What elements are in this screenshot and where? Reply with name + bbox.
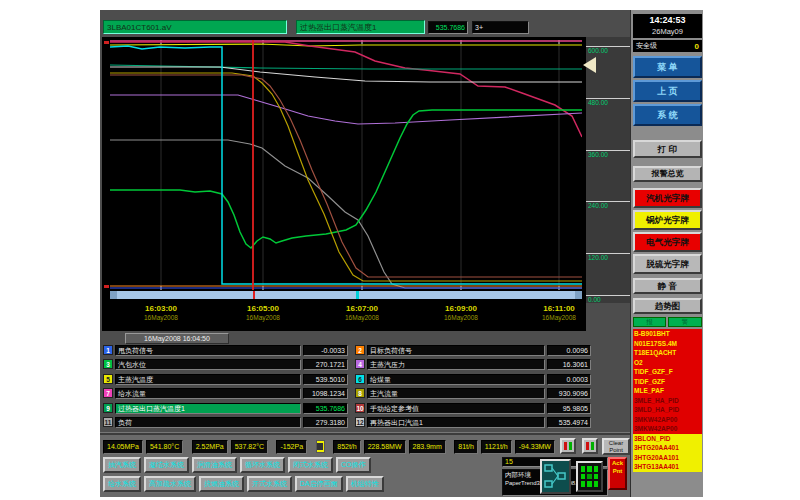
pen-color-marker: 2 (355, 345, 365, 355)
alarm-item-acked[interactable]: 3MKW42AP00 (633, 424, 702, 434)
pen-value: 279.3180 (303, 417, 348, 428)
pen-color-marker: 1 (103, 345, 113, 355)
trend-graph-button[interactable]: 趋势图 (633, 298, 702, 314)
pen-value: 16.3061 (547, 359, 591, 370)
alarm-list-returned-section: 3BLON_PID 3HTG20AA401 3HTG20AA101 3HTG13… (633, 434, 702, 472)
alarm-tab-2[interactable]: 警 (668, 317, 702, 327)
alarm-item[interactable]: MLE_PAF (633, 386, 702, 396)
y-axis-scale: 600.00 480.00 360.00 240.00 120.00 0.00 (586, 37, 630, 303)
fgd-light-panel-button[interactable]: 脱硫光字牌 (633, 254, 702, 274)
security-level-panel: 安全级 0 (633, 40, 702, 52)
alarm-item-returned[interactable]: 3BLON_PID (633, 434, 702, 444)
pen-value: 930.9096 (547, 388, 591, 399)
scrollbar-left-arrow[interactable] (110, 291, 117, 299)
turbine-light-panel-button[interactable]: 汽机光字牌 (633, 188, 702, 208)
pen-tag-field[interactable]: 3LBA01CT601.aV (103, 20, 287, 34)
alarm-tab-1[interactable]: 报 (633, 317, 666, 327)
nav-button-feedwater[interactable]: 给水系统 (103, 476, 141, 492)
trend-plot[interactable] (110, 40, 582, 290)
y-tick-label: 240.00 (586, 202, 630, 210)
electrical-light-panel-button[interactable]: 电气光字牌 (633, 232, 702, 252)
flowsheet-link-button[interactable] (540, 459, 571, 494)
dcs-trend-window: 3LBA01CT601.aV 过热器出口蒸汽温度1 535.7686 3+ 16… (100, 10, 703, 497)
scrollbar-position-mark (356, 291, 359, 299)
status-readout: 537.82°C (231, 440, 268, 454)
y-tick-label: 120.00 (586, 254, 630, 262)
pen-label: 给煤量 (367, 374, 545, 385)
nav-button-circ-water[interactable]: 循环水系统 (240, 457, 285, 473)
trend-scrollbar[interactable] (110, 291, 582, 299)
status-readout: 1121t/h (481, 440, 512, 454)
pen-value: 270.1721 (303, 359, 348, 370)
pen-color-marker: 8 (355, 388, 365, 398)
nav-button-eh-oil[interactable]: 抗燃油系统 (199, 476, 244, 492)
trend-marker-button-1[interactable] (560, 438, 576, 454)
security-count: 0 (695, 42, 699, 51)
status-readout: 2.52MPa (192, 440, 228, 454)
range-select-box: 3+ (472, 21, 529, 34)
link-nodes-icon (542, 461, 569, 492)
x-tick-date: 16May2008 (426, 314, 496, 322)
ack-label-2: Pnt (610, 467, 625, 475)
nav-button-open-water[interactable]: 开式水系统 (247, 476, 292, 492)
nav-button-unit-characteristic[interactable]: 机组特性 (346, 476, 384, 492)
left-scale-bottom-marker (104, 285, 109, 288)
nav-row-2: 给水系统 高加疏水系统 抗燃油系统 开式水系统 DA启停画面 机组特性 (103, 476, 501, 492)
menu-button[interactable]: 菜 单 (633, 56, 702, 78)
x-tick-time: 16:11:00 (524, 304, 594, 314)
nav-button-da-startstop[interactable]: DA启停画面 (295, 476, 343, 492)
pen-label: 手动给定参考值 (367, 403, 545, 414)
alarm-item-acked[interactable]: 3MLE_HA_PID (633, 396, 702, 406)
boiler-light-panel-button[interactable]: 锅炉光字牌 (633, 210, 702, 230)
pen-label: 目标负荷信号 (367, 345, 545, 356)
nav-button-lube-oil[interactable]: 润滑油系统 (192, 457, 237, 473)
alarm-item-acked[interactable]: 3MKW42AP00 (633, 415, 702, 425)
status-readout: -152Pa (276, 440, 307, 454)
nav-button-extraction-steam[interactable]: 抽汽系统 (103, 457, 141, 473)
grid-cell-icon (581, 466, 585, 472)
alarm-item-returned[interactable]: 3HTG20AA101 (633, 453, 702, 463)
status-readout: -94.33MW (515, 440, 555, 454)
pen-color-marker: 11 (103, 417, 113, 427)
nav-button-hp-heater-drain[interactable]: 高加疏水系统 (144, 476, 196, 492)
scrollbar-right-arrow[interactable] (575, 291, 582, 299)
nav-button-condensate[interactable]: 凝结水系统 (144, 457, 189, 473)
status-readout: 541.80°C (146, 440, 183, 454)
print-button[interactable]: 打 印 (633, 140, 702, 158)
alarm-item-returned[interactable]: 3HTG13AA401 (633, 462, 702, 472)
nav-button-closed-water[interactable]: 闭式水系统 (288, 457, 333, 473)
x-tick-date: 16May2008 (327, 314, 397, 322)
alarm-item[interactable]: B-B901BHT (633, 329, 702, 339)
alarm-item[interactable]: O2 (633, 358, 702, 368)
alarm-summary-button[interactable]: 报警总览 (633, 166, 702, 182)
system-button[interactable]: 系 统 (633, 104, 702, 126)
alarm-flag-indicator[interactable] (316, 440, 325, 453)
pen-label: 过热器出口蒸汽温度1 (115, 403, 301, 414)
pen-value: 535.4974 (547, 417, 591, 428)
alarm-item[interactable]: TIDF_GZF_F (633, 367, 702, 377)
trend-marker-button-2[interactable] (582, 438, 598, 454)
trend-series-pen5-main-steam-temp (110, 44, 582, 46)
status-readout-strip: 14.05MPa 541.80°C 2.52MPa 537.82°C -152P… (103, 439, 555, 454)
pen-color-marker: 5 (103, 374, 113, 384)
clear-point-button[interactable]: Clear Point (602, 438, 630, 455)
grid-display-button[interactable] (576, 461, 603, 492)
alarm-item[interactable]: N01E17SS.4M (633, 339, 702, 349)
pen-value: 95.9805 (547, 403, 591, 414)
ack-button[interactable]: Ack Pnt (608, 457, 627, 490)
pen-label: 负荷 (115, 417, 301, 428)
pen-label: 主蒸汽压力 (367, 359, 545, 370)
scrollbar-cursor-mark (253, 291, 255, 299)
nav-button-co-op[interactable]: CO操作 (336, 457, 371, 473)
mute-button[interactable]: 静 音 (633, 278, 702, 294)
alarm-item-acked[interactable]: 3MLD_HA_PID (633, 405, 702, 415)
alarm-item[interactable]: TIDF_GZF (633, 377, 702, 387)
pen-name-field[interactable]: 过热器出口蒸汽温度1 (296, 20, 425, 34)
alarm-item[interactable]: T18E1QACHT (633, 348, 702, 358)
nav-row-1: 抽汽系统 凝结水系统 润滑油系统 循环水系统 闭式水系统 CO操作 (103, 457, 501, 473)
status-readout: 228.58MW (364, 440, 406, 454)
previous-page-button[interactable]: 上 页 (633, 80, 702, 102)
current-value-pointer-icon[interactable] (583, 57, 596, 73)
pen-label: 主蒸汽温度 (115, 374, 301, 385)
alarm-item-returned[interactable]: 3HTG20AA401 (633, 443, 702, 453)
